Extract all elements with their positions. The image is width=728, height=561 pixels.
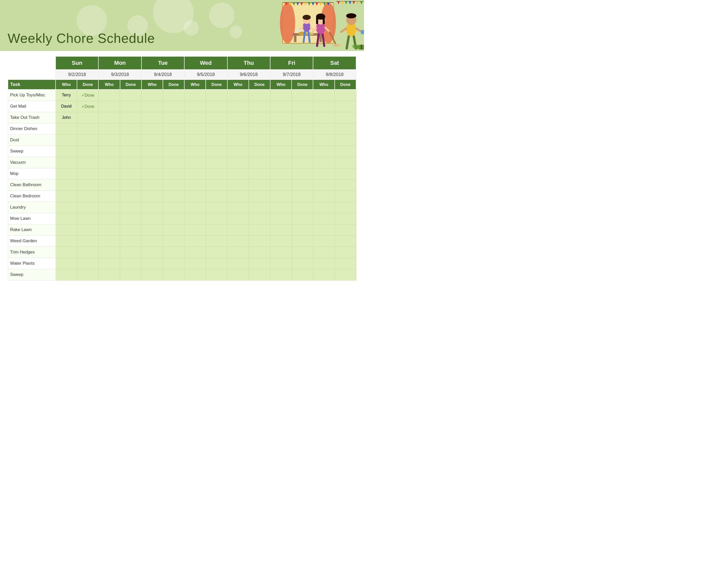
tue-done-cell[interactable] xyxy=(163,168,184,179)
fri-who-cell[interactable] xyxy=(270,146,292,157)
mon-done-cell[interactable] xyxy=(120,213,141,224)
tue-who-cell[interactable] xyxy=(141,246,163,258)
task-name[interactable]: Mop xyxy=(8,168,56,179)
wed-who-cell[interactable] xyxy=(184,134,206,146)
sun-done-cell[interactable] xyxy=(77,202,98,213)
thu-done-cell[interactable] xyxy=(249,269,270,280)
wed-done-cell[interactable] xyxy=(206,123,227,134)
wed-done-cell[interactable] xyxy=(206,146,227,157)
tue-who-cell[interactable] xyxy=(141,157,163,168)
tue-done-cell[interactable] xyxy=(163,246,184,258)
sun-done-cell[interactable] xyxy=(77,246,98,258)
sat-done-cell[interactable] xyxy=(335,101,356,112)
mon-done-cell[interactable] xyxy=(120,224,141,235)
wed-done-cell[interactable] xyxy=(206,112,227,123)
fri-who-cell[interactable] xyxy=(270,168,292,179)
mon-done-cell[interactable] xyxy=(120,123,141,134)
sat-done-cell[interactable] xyxy=(335,213,356,224)
sat-done-cell[interactable] xyxy=(335,89,356,101)
wed-done-cell[interactable] xyxy=(206,190,227,202)
mon-done-cell[interactable] xyxy=(120,146,141,157)
sun-who-cell[interactable] xyxy=(56,258,77,269)
mon-done-cell[interactable] xyxy=(120,157,141,168)
sat-who-cell[interactable] xyxy=(313,134,334,146)
wed-done-cell[interactable] xyxy=(206,235,227,246)
wed-who-cell[interactable] xyxy=(184,213,206,224)
sat-done-cell[interactable] xyxy=(335,246,356,258)
wed-who-cell[interactable] xyxy=(184,101,206,112)
sun-who-cell[interactable] xyxy=(56,246,77,258)
tue-who-cell[interactable] xyxy=(141,101,163,112)
wed-who-cell[interactable] xyxy=(184,168,206,179)
sun-done-cell[interactable] xyxy=(77,224,98,235)
sat-done-cell[interactable] xyxy=(335,235,356,246)
sun-who-cell[interactable] xyxy=(56,134,77,146)
thu-done-cell[interactable] xyxy=(249,246,270,258)
task-name[interactable]: Rake Lawn xyxy=(8,224,56,235)
fri-done-cell[interactable] xyxy=(292,190,313,202)
mon-who-cell[interactable] xyxy=(98,89,120,101)
mon-who-cell[interactable] xyxy=(98,235,120,246)
sat-done-cell[interactable] xyxy=(335,190,356,202)
fri-done-cell[interactable] xyxy=(292,157,313,168)
tue-who-cell[interactable] xyxy=(141,179,163,190)
fri-who-cell[interactable] xyxy=(270,112,292,123)
thu-who-cell[interactable] xyxy=(227,224,249,235)
sun-done-cell[interactable] xyxy=(77,269,98,280)
sat-who-cell[interactable] xyxy=(313,190,334,202)
tue-who-cell[interactable] xyxy=(141,213,163,224)
mon-who-cell[interactable] xyxy=(98,258,120,269)
tue-done-cell[interactable] xyxy=(163,235,184,246)
task-name[interactable]: Water Plants xyxy=(8,258,56,269)
wed-done-cell[interactable] xyxy=(206,224,227,235)
wed-who-cell[interactable] xyxy=(184,146,206,157)
fri-who-cell[interactable] xyxy=(270,224,292,235)
fri-done-cell[interactable] xyxy=(292,224,313,235)
fri-done-cell[interactable] xyxy=(292,101,313,112)
mon-who-cell[interactable] xyxy=(98,157,120,168)
tue-done-cell[interactable] xyxy=(163,258,184,269)
thu-who-cell[interactable] xyxy=(227,123,249,134)
tue-done-cell[interactable] xyxy=(163,134,184,146)
sun-done-cell[interactable] xyxy=(77,123,98,134)
sun-who-cell[interactable] xyxy=(56,213,77,224)
sat-who-cell[interactable] xyxy=(313,123,334,134)
wed-who-cell[interactable] xyxy=(184,246,206,258)
wed-done-cell[interactable] xyxy=(206,179,227,190)
tue-who-cell[interactable] xyxy=(141,235,163,246)
mon-who-cell[interactable] xyxy=(98,213,120,224)
task-name[interactable]: Sweep xyxy=(8,269,56,280)
fri-who-cell[interactable] xyxy=(270,123,292,134)
tue-done-cell[interactable] xyxy=(163,112,184,123)
sat-who-cell[interactable] xyxy=(313,213,334,224)
tue-who-cell[interactable] xyxy=(141,168,163,179)
sun-who-cell[interactable] xyxy=(56,235,77,246)
thu-done-cell[interactable] xyxy=(249,146,270,157)
tue-done-cell[interactable] xyxy=(163,146,184,157)
thu-who-cell[interactable] xyxy=(227,157,249,168)
sun-done-cell[interactable] xyxy=(77,146,98,157)
thu-done-cell[interactable] xyxy=(249,168,270,179)
mon-who-cell[interactable] xyxy=(98,134,120,146)
sun-who-cell[interactable] xyxy=(56,146,77,157)
fri-who-cell[interactable] xyxy=(270,246,292,258)
mon-done-cell[interactable] xyxy=(120,202,141,213)
thu-done-cell[interactable] xyxy=(249,157,270,168)
wed-done-cell[interactable] xyxy=(206,202,227,213)
sun-done-cell[interactable]: ✓Done xyxy=(77,101,98,112)
sat-who-cell[interactable] xyxy=(313,224,334,235)
sat-who-cell[interactable] xyxy=(313,179,334,190)
fri-done-cell[interactable] xyxy=(292,202,313,213)
mon-who-cell[interactable] xyxy=(98,246,120,258)
sun-who-cell[interactable] xyxy=(56,202,77,213)
sun-who-cell[interactable] xyxy=(56,157,77,168)
sun-done-cell[interactable] xyxy=(77,179,98,190)
fri-who-cell[interactable] xyxy=(270,179,292,190)
sun-done-cell[interactable]: ✓Done xyxy=(77,89,98,101)
sat-done-cell[interactable] xyxy=(335,224,356,235)
thu-who-cell[interactable] xyxy=(227,168,249,179)
fri-done-cell[interactable] xyxy=(292,269,313,280)
thu-who-cell[interactable] xyxy=(227,269,249,280)
sat-who-cell[interactable] xyxy=(313,89,334,101)
task-name[interactable]: Get Mail xyxy=(8,101,56,112)
